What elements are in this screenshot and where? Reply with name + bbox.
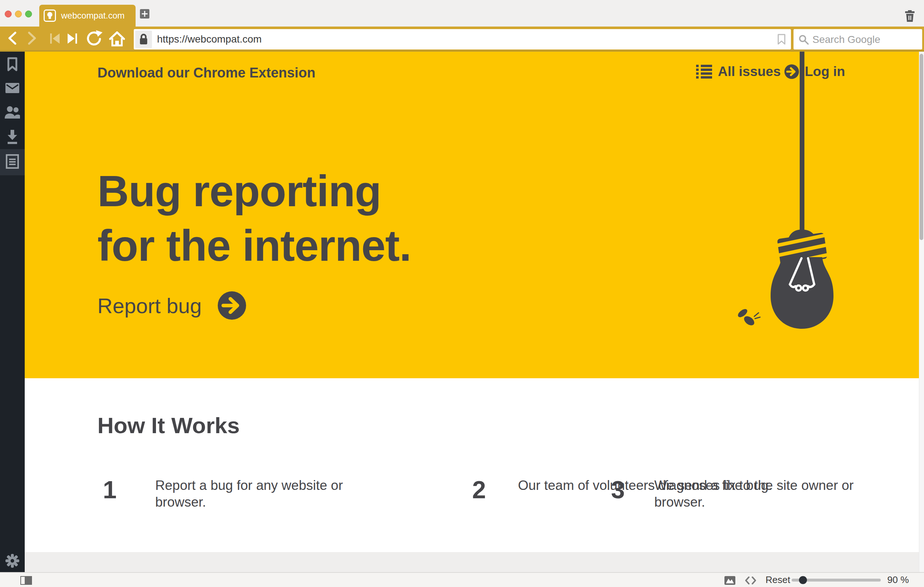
chrome-extension-link[interactable]: Download our Chrome Extension — [97, 65, 315, 81]
zoom-slider-thumb[interactable] — [799, 576, 807, 584]
scrollbar-thumb[interactable] — [920, 54, 923, 240]
sidebar-item-reading-list[interactable] — [0, 154, 25, 169]
search-input[interactable] — [812, 29, 919, 50]
hero-section: Download our Chrome Extension All issues… — [25, 52, 919, 378]
rewind-button[interactable] — [50, 33, 59, 45]
step-2-number: 2 — [472, 476, 486, 503]
address-bar[interactable]: https://webcompat.com — [134, 29, 791, 50]
close-window-button[interactable] — [5, 10, 12, 17]
report-bug-link[interactable]: Report bug — [97, 290, 246, 321]
status-bar: Reset 90 % — [0, 572, 924, 587]
zoom-level-value: 90 % — [887, 573, 909, 587]
sidebar-item-downloads[interactable] — [0, 130, 25, 144]
url-text[interactable]: https://webcompat.com — [157, 29, 262, 50]
reload-icon — [86, 30, 102, 47]
hero-heading: Bug reporting for the internet. — [97, 164, 411, 273]
gear-icon — [5, 554, 19, 568]
browser-window: webcompat.com — [0, 0, 924, 587]
closed-tabs-trash-button[interactable] — [905, 10, 914, 23]
list-icon — [696, 65, 712, 79]
forward-button[interactable] — [27, 31, 38, 47]
step-3-text: We send a fix to the site owner or brows… — [654, 477, 887, 511]
back-button[interactable] — [7, 31, 17, 47]
tab-webcompat[interactable]: webcompat.com — [39, 5, 135, 26]
zoom-reset-button[interactable]: Reset — [766, 573, 790, 587]
sidebar-panel-rail — [0, 52, 25, 572]
download-icon — [6, 130, 18, 144]
trash-icon — [905, 10, 914, 22]
page-actions-button[interactable] — [745, 576, 756, 586]
step-3-number: 3 — [611, 476, 625, 503]
panel-toggle-icon — [20, 576, 32, 585]
fast-forward-button[interactable] — [68, 33, 77, 45]
tab-bar: webcompat.com — [0, 0, 924, 26]
arrow-circle-icon — [218, 291, 246, 320]
tab-title: webcompat.com — [61, 10, 125, 21]
sidebar-item-bookmarks[interactable] — [0, 57, 25, 72]
code-icon — [745, 576, 756, 585]
skip-back-icon — [50, 33, 59, 44]
minimize-window-button[interactable] — [15, 10, 22, 17]
search-icon — [799, 35, 809, 45]
skip-forward-icon — [68, 33, 77, 44]
page-footer-strip — [25, 552, 919, 572]
plus-icon — [142, 11, 148, 17]
home-icon — [108, 31, 126, 46]
sidebar-settings-button[interactable] — [0, 554, 25, 568]
sidebar-item-contacts[interactable] — [0, 106, 25, 119]
tab-favicon-lightbulb-icon — [44, 10, 56, 22]
how-it-works-title: How It Works — [97, 412, 240, 438]
how-it-works-section: How It Works 1 Report a bug for any webs… — [25, 378, 919, 552]
new-tab-button[interactable] — [140, 9, 149, 18]
site-security-button[interactable] — [135, 31, 152, 48]
reload-button[interactable] — [86, 30, 102, 48]
toggle-panel-button[interactable] — [20, 576, 32, 587]
step-1-number: 1 — [103, 476, 117, 503]
search-field[interactable] — [794, 29, 922, 50]
bookmark-page-button[interactable] — [777, 34, 786, 46]
home-button[interactable] — [108, 31, 126, 48]
hanging-lightbulb-illustration — [727, 52, 843, 339]
sidebar-item-mail[interactable] — [0, 83, 25, 93]
people-icon — [5, 106, 20, 119]
back-icon — [7, 31, 17, 46]
reader-document-icon — [6, 154, 19, 169]
hero-heading-line1: Bug reporting — [97, 164, 411, 218]
forward-icon — [27, 31, 38, 46]
hero-heading-line2: for the internet. — [97, 218, 411, 273]
mail-icon — [5, 83, 19, 93]
bookmark-flag-icon — [777, 34, 786, 45]
image-icon — [724, 576, 735, 585]
zoom-window-button[interactable] — [25, 10, 32, 17]
page-scrollbar[interactable] — [919, 52, 924, 572]
step-1-text: Report a bug for any website or browser. — [155, 477, 395, 511]
bug-fly-icon — [736, 307, 760, 327]
report-bug-label: Report bug — [97, 293, 202, 318]
navigation-toolbar: https://webcompat.com — [0, 26, 924, 52]
bookmark-icon — [7, 57, 18, 72]
lock-icon — [139, 33, 148, 45]
toggle-images-button[interactable] — [724, 576, 735, 586]
